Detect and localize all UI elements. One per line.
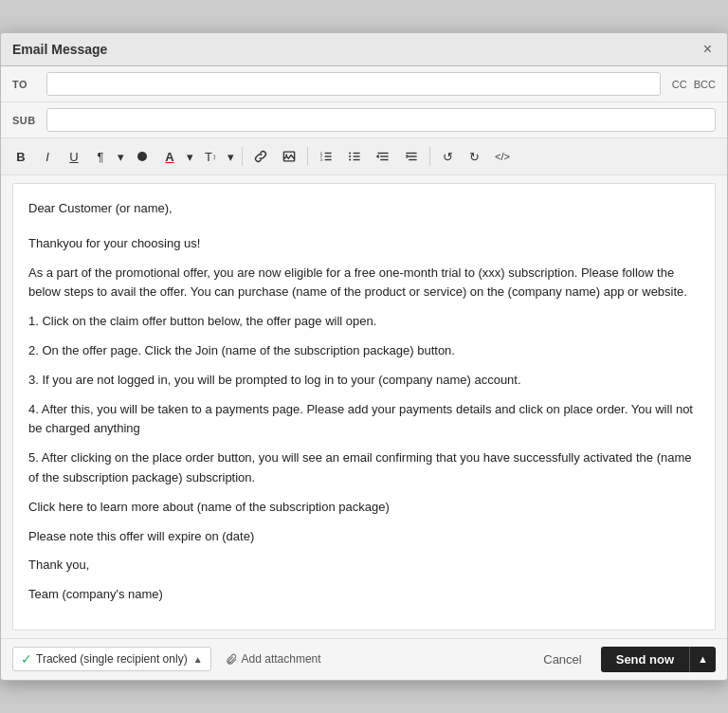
indent-increase-button[interactable] (398, 144, 425, 169)
body-team: Team (company's name) (28, 585, 700, 605)
font-color-chevron[interactable]: ▾ (183, 144, 196, 169)
body-greeting: Dear Customer (or name), (28, 199, 700, 219)
dropcap-button[interactable] (129, 144, 155, 169)
svg-point-0 (137, 152, 147, 161)
body-step2: 2. On the offer page. Click the Join (na… (28, 341, 700, 361)
toolbar-divider-2 (307, 147, 308, 166)
body-line1: Thankyou for your choosing us! (28, 234, 700, 254)
undo-button[interactable]: ↺ (435, 144, 460, 169)
body-step1: 1. Click on the claim offer button below… (28, 312, 700, 332)
paragraph-dropdown: ¶ ▾ (88, 144, 127, 169)
footer-bar: ✓ Tracked (single recipient only) ▲ Add … (1, 638, 727, 680)
toolbar-divider-3 (429, 147, 430, 166)
to-label: TO (12, 79, 46, 90)
text-size-dropdown: T↕ ▾ (198, 144, 237, 169)
svg-point-12 (349, 152, 351, 154)
ordered-list-button[interactable]: 123 (313, 144, 339, 169)
check-icon: ✓ (21, 651, 32, 667)
svg-point-13 (349, 155, 351, 157)
email-dialog: Email Message × TO CC BCC SUB B I U ¶ ▾ … (0, 32, 728, 681)
unordered-list-button[interactable] (341, 144, 368, 169)
svg-point-14 (349, 158, 351, 160)
toolbar: B I U ¶ ▾ A ▾ T↕ ▾ 123 (1, 138, 727, 175)
svg-text:3: 3 (320, 157, 323, 162)
bcc-link[interactable]: BCC (694, 79, 716, 90)
attach-button[interactable]: Add attachment (219, 649, 329, 669)
font-color-button[interactable]: A (157, 144, 182, 169)
send-dropdown-button[interactable]: ▲ (689, 647, 716, 672)
body-expire-line: Please note this offer will expire on (d… (28, 527, 700, 547)
sub-input[interactable] (46, 108, 716, 132)
svg-point-2 (285, 155, 287, 156)
text-size-chevron[interactable]: ▾ (224, 144, 237, 169)
body-step3: 3. If you are not logged in, you will be… (28, 371, 700, 391)
underline-button[interactable]: U (62, 144, 86, 169)
image-button[interactable] (276, 144, 302, 169)
font-color-dropdown: A ▾ (157, 144, 196, 169)
cc-bcc-links: CC BCC (668, 79, 716, 90)
body-link-line: Click here to learn more about (name of … (28, 498, 700, 518)
to-input[interactable] (46, 72, 661, 96)
paperclip-icon (227, 653, 238, 665)
tracked-chevron-icon: ▲ (193, 654, 203, 665)
tracked-button[interactable]: ✓ Tracked (single recipient only) ▲ (12, 647, 211, 671)
to-field-row: TO CC BCC (1, 66, 727, 102)
text-size-button[interactable]: T↕ (198, 144, 223, 169)
attach-label: Add attachment (242, 652, 321, 666)
toolbar-divider-1 (242, 147, 243, 166)
body-thank-you: Thank you, (28, 556, 700, 576)
cancel-button[interactable]: Cancel (532, 647, 592, 672)
cc-link[interactable]: CC (672, 79, 687, 90)
redo-button[interactable]: ↻ (462, 144, 486, 169)
paragraph-chevron[interactable]: ▾ (114, 144, 127, 169)
code-button[interactable]: </> (488, 144, 517, 169)
close-button[interactable]: × (700, 41, 716, 58)
tracked-label: Tracked (single recipient only) (36, 652, 188, 666)
paragraph-button[interactable]: ¶ (88, 144, 113, 169)
body-line2: As a part of the promotional offer, you … (28, 264, 700, 303)
sub-field-row: SUB (1, 102, 727, 138)
body-step5: 5. After clicking on the place order but… (28, 448, 700, 488)
italic-button[interactable]: I (35, 144, 60, 169)
bold-button[interactable]: B (9, 144, 33, 169)
dialog-title: Email Message (12, 42, 107, 57)
sub-label: SUB (12, 115, 46, 126)
send-group: Send now ▲ (601, 647, 716, 672)
dialog-header: Email Message × (1, 33, 727, 66)
body-step4: 4. After this, you will be taken to a pa… (28, 400, 700, 440)
link-button[interactable] (247, 144, 274, 169)
email-body-editor[interactable]: Dear Customer (or name), Thankyou for yo… (12, 183, 716, 631)
indent-decrease-button[interactable] (370, 144, 396, 169)
send-now-button[interactable]: Send now (601, 647, 689, 672)
